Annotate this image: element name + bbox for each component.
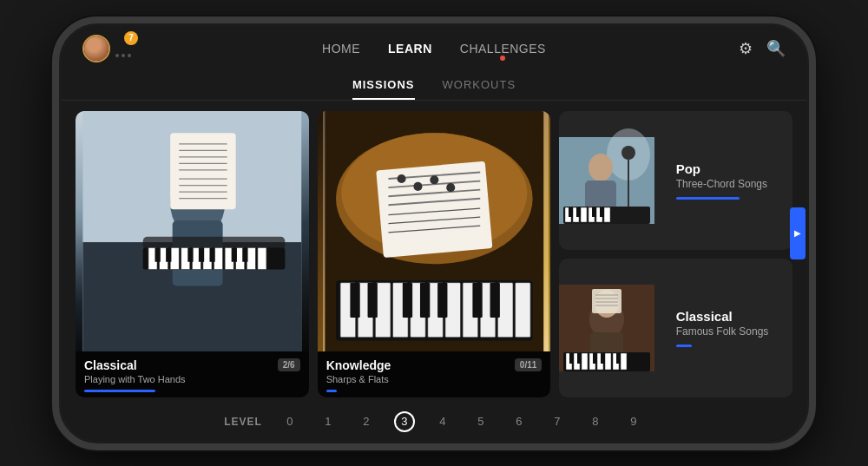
svg-point-49 xyxy=(430,175,438,184)
svg-rect-61 xyxy=(497,282,513,337)
card-classical-small-subtitle: Famous Folk Songs xyxy=(676,325,782,338)
card-pop[interactable]: Pop Three-Chord Songs xyxy=(559,111,792,250)
svg-rect-14 xyxy=(214,247,223,269)
phone-screen: 7 HOME LEARN CHALLENGES ⚙ 🔍 MISSIONS WOR… xyxy=(62,26,806,441)
svg-rect-87 xyxy=(592,207,596,217)
svg-point-47 xyxy=(397,174,405,183)
svg-rect-64 xyxy=(367,282,377,317)
svg-rect-22 xyxy=(199,247,204,261)
card-knowledge-footer: Knowledge 0/11 Sharps & Flats xyxy=(318,351,551,397)
svg-point-74 xyxy=(589,154,613,181)
knowledge-image-bg xyxy=(318,111,551,351)
level-label: LEVEL xyxy=(224,416,262,428)
svg-rect-84 xyxy=(604,207,610,222)
nav-challenges[interactable]: CHALLENGES xyxy=(460,42,546,56)
scroll-indicator[interactable]: ▶ xyxy=(790,207,806,259)
card-pop-image xyxy=(559,111,665,250)
card-classical-small-image xyxy=(559,259,665,397)
svg-point-77 xyxy=(621,146,635,160)
tab-workouts[interactable]: WORKOUTS xyxy=(443,78,516,100)
card-pop-title: Pop xyxy=(676,161,782,176)
level-bar: LEVEL 0 1 2 3 4 5 6 7 8 9 xyxy=(62,404,806,441)
settings-icon[interactable]: ⚙ xyxy=(739,39,753,58)
svg-point-48 xyxy=(413,181,422,190)
dot-2 xyxy=(122,54,125,57)
level-6[interactable]: 6 xyxy=(509,411,529,432)
svg-rect-69 xyxy=(490,282,499,317)
svg-rect-108 xyxy=(577,353,582,364)
level-1[interactable]: 1 xyxy=(318,411,339,432)
nav-icons: ⚙ 🔍 xyxy=(739,39,786,58)
level-8[interactable]: 8 xyxy=(585,411,606,432)
card-classical-large-subtitle: Playing with Two Hands xyxy=(84,374,300,384)
nav-learn[interactable]: LEARN xyxy=(388,42,432,56)
svg-rect-106 xyxy=(621,353,627,370)
svg-rect-104 xyxy=(605,353,611,370)
avatar-badge: 7 xyxy=(124,31,138,45)
svg-rect-23 xyxy=(209,247,214,261)
svg-rect-109 xyxy=(593,353,597,364)
tabs-bar: MISSIONS WORKOUTS xyxy=(62,71,806,101)
card-knowledge-badge: 0/11 xyxy=(515,358,542,371)
level-0[interactable]: 0 xyxy=(279,411,300,432)
svg-rect-88 xyxy=(600,207,604,217)
svg-rect-101 xyxy=(582,353,588,370)
level-2[interactable]: 2 xyxy=(356,411,377,432)
level-3[interactable]: 3 xyxy=(394,411,415,432)
card-knowledge-image xyxy=(318,111,551,351)
svg-rect-111 xyxy=(616,353,621,364)
level-9[interactable]: 9 xyxy=(623,411,644,432)
svg-rect-21 xyxy=(187,247,193,261)
avatar-image xyxy=(84,36,108,61)
card-classical-large-image xyxy=(76,111,309,351)
svg-rect-17 xyxy=(247,247,255,269)
level-7[interactable]: 7 xyxy=(547,411,568,432)
svg-rect-67 xyxy=(437,282,447,317)
svg-rect-66 xyxy=(420,282,430,317)
nav-bar: 7 HOME LEARN CHALLENGES ⚙ 🔍 xyxy=(62,26,806,71)
card-pop-subtitle: Three-Chord Songs xyxy=(676,178,782,190)
search-icon[interactable]: 🔍 xyxy=(766,39,786,58)
svg-rect-62 xyxy=(515,282,530,337)
svg-rect-93 xyxy=(592,289,621,313)
card-classical-large[interactable]: Classical 2/6 Playing with Two Hands xyxy=(76,111,309,397)
avatar-wrap: 7 xyxy=(82,35,131,62)
level-5[interactable]: 5 xyxy=(470,411,491,432)
svg-rect-25 xyxy=(242,247,247,261)
card-classical-small-progress xyxy=(676,345,692,347)
card-classical-small-body: Classical Famous Folk Songs xyxy=(666,259,792,397)
card-knowledge-subtitle: Sharps & Flats xyxy=(326,374,542,384)
scroll-arrow-icon: ▶ xyxy=(794,228,801,238)
nav-links: HOME LEARN CHALLENGES xyxy=(322,42,546,56)
svg-rect-65 xyxy=(402,282,411,317)
svg-rect-58 xyxy=(445,282,461,337)
svg-rect-54 xyxy=(375,282,391,337)
card-classical-small-title: Classical xyxy=(676,309,782,324)
card-classical-large-badge: 2/6 xyxy=(278,358,300,371)
card-classical-large-title: Classical xyxy=(84,358,137,372)
card-pop-progress xyxy=(676,197,740,200)
svg-rect-19 xyxy=(155,247,161,261)
card-classical-large-footer: Classical 2/6 Playing with Two Hands xyxy=(76,351,309,397)
svg-rect-24 xyxy=(232,247,237,261)
svg-rect-85 xyxy=(569,207,573,217)
cards-grid: Classical 2/6 Playing with Two Hands xyxy=(76,111,792,397)
level-4[interactable]: 4 xyxy=(432,411,453,432)
card-pop-body: Pop Three-Chord Songs xyxy=(666,111,792,250)
classical-image-bg xyxy=(76,111,309,351)
card-knowledge[interactable]: Knowledge 0/11 Sharps & Flats xyxy=(318,111,551,397)
tab-missions[interactable]: MISSIONS xyxy=(352,78,415,100)
svg-rect-18 xyxy=(258,247,266,269)
card-knowledge-progress xyxy=(326,390,337,392)
nav-home[interactable]: HOME xyxy=(322,42,360,56)
svg-rect-107 xyxy=(569,353,574,364)
dot-1 xyxy=(115,54,119,57)
svg-rect-86 xyxy=(576,207,581,217)
nav-avatar-dots xyxy=(115,54,131,57)
card-classical-small[interactable]: Classical Famous Folk Songs xyxy=(559,259,792,397)
svg-rect-63 xyxy=(350,282,359,317)
phone-frame: 7 HOME LEARN CHALLENGES ⚙ 🔍 MISSIONS WOR… xyxy=(52,16,816,450)
svg-rect-26 xyxy=(170,133,236,209)
avatar[interactable] xyxy=(82,35,110,62)
svg-rect-81 xyxy=(581,207,587,222)
